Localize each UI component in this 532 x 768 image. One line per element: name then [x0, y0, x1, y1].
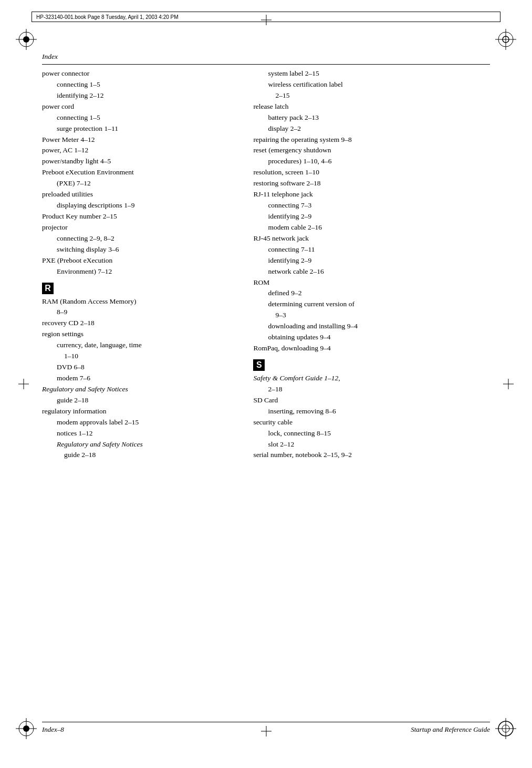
index-entry: reset (emergency shutdown — [253, 145, 490, 156]
page-header-title: Index — [42, 53, 58, 60]
corner-mark-tl — [16, 29, 37, 50]
index-entry: projector — [42, 222, 232, 233]
page-header: Index — [42, 53, 490, 65]
index-entry: identifying 2–9 — [253, 255, 490, 266]
page: HP-323140-001.book Page 8 Tuesday, April… — [0, 0, 532, 768]
index-entry: release latch — [253, 101, 490, 112]
footer-right: Startup and Reference Guide — [411, 725, 490, 734]
index-entry: region settings — [42, 329, 232, 340]
reg-cross-right — [503, 379, 514, 389]
index-entry: obtaining updates 9–4 — [253, 332, 490, 343]
index-entry: modem 7–6 — [42, 373, 232, 384]
index-entry: RJ-45 network jack — [253, 233, 490, 244]
index-entry: Safety & Comfort Guide 1–12, — [253, 373, 490, 384]
index-entry: switching display 3–6 — [42, 244, 232, 255]
index-entry: 2–18 — [253, 384, 490, 395]
index-entry: determining current version of — [253, 299, 490, 310]
reg-cross-left — [18, 379, 29, 389]
index-entry: identifying 2–9 — [253, 211, 490, 222]
index-entry: identifying 2–12 — [42, 90, 232, 101]
index-entry: Product Key number 2–15 — [42, 211, 232, 222]
index-entry: 9–3 — [253, 310, 490, 321]
index-entry: slot 2–12 — [253, 439, 490, 450]
index-entry: Regulatory and Safety Notices — [42, 384, 232, 395]
index-entry: notices 1–12 — [42, 428, 232, 439]
index-entry: 8–9 — [42, 307, 232, 318]
index-entry: connecting 1–5 — [42, 79, 232, 90]
index-entry: resolution, screen 1–10 — [253, 167, 490, 178]
index-entry: currency, date, language, time — [42, 340, 232, 351]
index-entry: security cable — [253, 417, 490, 428]
index-entry: Environment) 7–12 — [42, 266, 232, 277]
index-entry: network cable 2–16 — [253, 266, 490, 277]
main-content: power connectorconnecting 1–5identifying… — [42, 68, 490, 715]
index-entry: restoring software 2–18 — [253, 178, 490, 189]
section-letter-R: R — [42, 283, 54, 294]
index-entry: DVD 6–8 — [42, 362, 232, 373]
index-entry: connecting 2–9, 8–2 — [42, 233, 232, 244]
index-entry: procedures) 1–10, 4–6 — [253, 156, 490, 167]
index-entry: defined 9–2 — [253, 288, 490, 299]
index-entry: system label 2–15 — [253, 68, 490, 79]
right-column: system label 2–15wireless certification … — [248, 68, 490, 715]
corner-mark-br — [495, 718, 516, 739]
index-entry: preloaded utilities — [42, 189, 232, 200]
index-entry: repairing the operating system 9–8 — [253, 134, 490, 146]
index-entry: connecting 7–3 — [253, 200, 490, 211]
index-entry: 1–10 — [42, 351, 232, 362]
page-footer: Index–8 Startup and Reference Guide — [42, 722, 490, 734]
index-entry: connecting 7–11 — [253, 244, 490, 255]
index-entry: wireless certification label — [253, 79, 490, 90]
index-entry: 2–15 — [253, 90, 490, 101]
index-entry: battery pack 2–13 — [253, 112, 490, 123]
index-entry: RJ-11 telephone jack — [253, 189, 490, 200]
index-entry: lock, connecting 8–15 — [253, 428, 490, 439]
index-entry: Preboot eXecution Environment — [42, 167, 232, 178]
corner-mark-bl — [16, 718, 37, 739]
index-entry: power, AC 1–12 — [42, 145, 232, 156]
index-entry: RAM (Random Access Memory) — [42, 296, 232, 307]
index-entry: power/standby light 4–5 — [42, 156, 232, 167]
index-entry: SD Card — [253, 395, 490, 406]
index-entry: power cord — [42, 101, 232, 112]
index-entry: inserting, removing 8–6 — [253, 406, 490, 417]
index-entry: PXE (Preboot eXecution — [42, 255, 232, 266]
index-entry: connecting 1–5 — [42, 112, 232, 123]
index-entry: serial number, notebook 2–15, 9–2 — [253, 450, 490, 461]
index-entry: Regulatory and Safety Notices — [42, 439, 232, 450]
index-entry: power connector — [42, 68, 232, 79]
footer-left: Index–8 — [42, 725, 64, 734]
index-entry: Power Meter 4–12 — [42, 134, 232, 146]
index-entry: display 2–2 — [253, 123, 490, 134]
index-entry: displaying descriptions 1–9 — [42, 200, 232, 211]
reg-cross-top — [261, 15, 272, 25]
index-entry: RomPaq, downloading 9–4 — [253, 343, 490, 354]
index-entry: modem cable 2–16 — [253, 222, 490, 233]
index-entry: guide 2–18 — [42, 450, 232, 461]
index-entry: regulatory information — [42, 406, 232, 417]
index-entry: modem approvals label 2–15 — [42, 417, 232, 428]
index-entry: downloading and installing 9–4 — [253, 321, 490, 332]
section-letter-S: S — [253, 359, 265, 371]
index-entry: recovery CD 2–18 — [42, 318, 232, 329]
index-entry: (PXE) 7–12 — [42, 178, 232, 189]
index-entry: guide 2–18 — [42, 395, 232, 406]
index-entry: surge protection 1–11 — [42, 123, 232, 134]
top-header-text: HP-323140-001.book Page 8 Tuesday, April… — [36, 14, 179, 20]
left-column: power connectorconnecting 1–5identifying… — [42, 68, 248, 715]
corner-mark-tr — [495, 29, 516, 50]
index-entry: ROM — [253, 277, 490, 288]
